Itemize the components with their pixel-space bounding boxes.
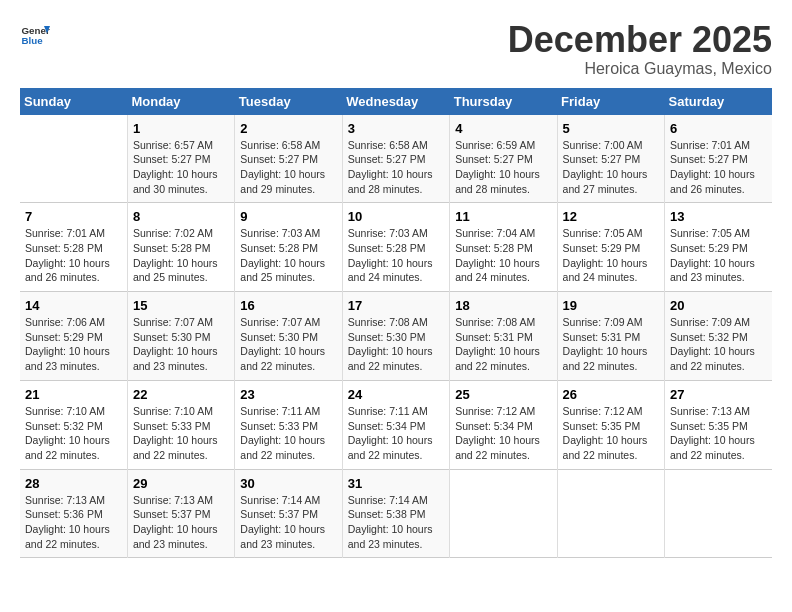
calendar-cell: 19Sunrise: 7:09 AM Sunset: 5:31 PM Dayli… (557, 292, 664, 381)
day-info: Sunrise: 7:08 AM Sunset: 5:31 PM Dayligh… (455, 315, 551, 374)
day-number: 1 (133, 121, 229, 136)
calendar-cell: 16Sunrise: 7:07 AM Sunset: 5:30 PM Dayli… (235, 292, 342, 381)
day-number: 3 (348, 121, 444, 136)
calendar-cell: 10Sunrise: 7:03 AM Sunset: 5:28 PM Dayli… (342, 203, 449, 292)
day-info: Sunrise: 7:12 AM Sunset: 5:34 PM Dayligh… (455, 404, 551, 463)
day-info: Sunrise: 7:11 AM Sunset: 5:33 PM Dayligh… (240, 404, 336, 463)
calendar-cell: 25Sunrise: 7:12 AM Sunset: 5:34 PM Dayli… (450, 380, 557, 469)
calendar-cell (557, 469, 664, 558)
day-number: 27 (670, 387, 767, 402)
calendar-cell: 22Sunrise: 7:10 AM Sunset: 5:33 PM Dayli… (127, 380, 234, 469)
day-info: Sunrise: 7:01 AM Sunset: 5:27 PM Dayligh… (670, 138, 767, 197)
calendar-week-1: 1Sunrise: 6:57 AM Sunset: 5:27 PM Daylig… (20, 115, 772, 203)
day-info: Sunrise: 7:03 AM Sunset: 5:28 PM Dayligh… (348, 226, 444, 285)
day-number: 21 (25, 387, 122, 402)
calendar-cell: 17Sunrise: 7:08 AM Sunset: 5:30 PM Dayli… (342, 292, 449, 381)
day-info: Sunrise: 6:57 AM Sunset: 5:27 PM Dayligh… (133, 138, 229, 197)
calendar-cell: 28Sunrise: 7:13 AM Sunset: 5:36 PM Dayli… (20, 469, 127, 558)
day-number: 22 (133, 387, 229, 402)
calendar-cell: 7Sunrise: 7:01 AM Sunset: 5:28 PM Daylig… (20, 203, 127, 292)
column-header-tuesday: Tuesday (235, 88, 342, 115)
calendar-cell: 20Sunrise: 7:09 AM Sunset: 5:32 PM Dayli… (665, 292, 772, 381)
day-info: Sunrise: 7:10 AM Sunset: 5:33 PM Dayligh… (133, 404, 229, 463)
day-info: Sunrise: 7:06 AM Sunset: 5:29 PM Dayligh… (25, 315, 122, 374)
calendar-cell: 15Sunrise: 7:07 AM Sunset: 5:30 PM Dayli… (127, 292, 234, 381)
day-number: 29 (133, 476, 229, 491)
calendar-cell: 29Sunrise: 7:13 AM Sunset: 5:37 PM Dayli… (127, 469, 234, 558)
day-number: 5 (563, 121, 659, 136)
day-number: 6 (670, 121, 767, 136)
day-number: 26 (563, 387, 659, 402)
day-number: 11 (455, 209, 551, 224)
day-number: 31 (348, 476, 444, 491)
calendar-week-4: 21Sunrise: 7:10 AM Sunset: 5:32 PM Dayli… (20, 380, 772, 469)
day-info: Sunrise: 7:09 AM Sunset: 5:31 PM Dayligh… (563, 315, 659, 374)
day-info: Sunrise: 6:59 AM Sunset: 5:27 PM Dayligh… (455, 138, 551, 197)
calendar-week-3: 14Sunrise: 7:06 AM Sunset: 5:29 PM Dayli… (20, 292, 772, 381)
calendar-cell: 18Sunrise: 7:08 AM Sunset: 5:31 PM Dayli… (450, 292, 557, 381)
calendar-cell: 14Sunrise: 7:06 AM Sunset: 5:29 PM Dayli… (20, 292, 127, 381)
calendar-cell: 21Sunrise: 7:10 AM Sunset: 5:32 PM Dayli… (20, 380, 127, 469)
day-info: Sunrise: 7:10 AM Sunset: 5:32 PM Dayligh… (25, 404, 122, 463)
day-number: 15 (133, 298, 229, 313)
day-info: Sunrise: 7:07 AM Sunset: 5:30 PM Dayligh… (240, 315, 336, 374)
calendar-cell: 11Sunrise: 7:04 AM Sunset: 5:28 PM Dayli… (450, 203, 557, 292)
calendar-cell (20, 115, 127, 203)
day-info: Sunrise: 7:05 AM Sunset: 5:29 PM Dayligh… (670, 226, 767, 285)
calendar-week-5: 28Sunrise: 7:13 AM Sunset: 5:36 PM Dayli… (20, 469, 772, 558)
day-number: 2 (240, 121, 336, 136)
calendar-cell: 5Sunrise: 7:00 AM Sunset: 5:27 PM Daylig… (557, 115, 664, 203)
calendar-cell: 2Sunrise: 6:58 AM Sunset: 5:27 PM Daylig… (235, 115, 342, 203)
column-header-sunday: Sunday (20, 88, 127, 115)
day-number: 18 (455, 298, 551, 313)
title-area: December 2025 Heroica Guaymas, Mexico (508, 20, 772, 78)
day-number: 19 (563, 298, 659, 313)
day-info: Sunrise: 7:12 AM Sunset: 5:35 PM Dayligh… (563, 404, 659, 463)
day-number: 20 (670, 298, 767, 313)
day-number: 23 (240, 387, 336, 402)
calendar-cell: 1Sunrise: 6:57 AM Sunset: 5:27 PM Daylig… (127, 115, 234, 203)
column-header-thursday: Thursday (450, 88, 557, 115)
day-info: Sunrise: 7:05 AM Sunset: 5:29 PM Dayligh… (563, 226, 659, 285)
calendar-cell: 13Sunrise: 7:05 AM Sunset: 5:29 PM Dayli… (665, 203, 772, 292)
day-info: Sunrise: 6:58 AM Sunset: 5:27 PM Dayligh… (348, 138, 444, 197)
day-info: Sunrise: 7:11 AM Sunset: 5:34 PM Dayligh… (348, 404, 444, 463)
svg-text:Blue: Blue (22, 35, 44, 46)
day-info: Sunrise: 7:04 AM Sunset: 5:28 PM Dayligh… (455, 226, 551, 285)
day-number: 28 (25, 476, 122, 491)
day-number: 10 (348, 209, 444, 224)
day-info: Sunrise: 7:01 AM Sunset: 5:28 PM Dayligh… (25, 226, 122, 285)
calendar-cell: 26Sunrise: 7:12 AM Sunset: 5:35 PM Dayli… (557, 380, 664, 469)
day-number: 7 (25, 209, 122, 224)
calendar-cell (450, 469, 557, 558)
column-header-saturday: Saturday (665, 88, 772, 115)
day-info: Sunrise: 7:13 AM Sunset: 5:35 PM Dayligh… (670, 404, 767, 463)
day-number: 24 (348, 387, 444, 402)
logo-icon: General Blue (20, 20, 50, 50)
day-info: Sunrise: 7:00 AM Sunset: 5:27 PM Dayligh… (563, 138, 659, 197)
calendar-cell: 24Sunrise: 7:11 AM Sunset: 5:34 PM Dayli… (342, 380, 449, 469)
day-info: Sunrise: 6:58 AM Sunset: 5:27 PM Dayligh… (240, 138, 336, 197)
calendar-table: SundayMondayTuesdayWednesdayThursdayFrid… (20, 88, 772, 559)
calendar-cell: 30Sunrise: 7:14 AM Sunset: 5:37 PM Dayli… (235, 469, 342, 558)
day-number: 25 (455, 387, 551, 402)
day-info: Sunrise: 7:14 AM Sunset: 5:38 PM Dayligh… (348, 493, 444, 552)
day-info: Sunrise: 7:09 AM Sunset: 5:32 PM Dayligh… (670, 315, 767, 374)
day-info: Sunrise: 7:08 AM Sunset: 5:30 PM Dayligh… (348, 315, 444, 374)
day-number: 14 (25, 298, 122, 313)
logo: General Blue (20, 20, 50, 50)
day-info: Sunrise: 7:02 AM Sunset: 5:28 PM Dayligh… (133, 226, 229, 285)
day-number: 4 (455, 121, 551, 136)
calendar-cell: 27Sunrise: 7:13 AM Sunset: 5:35 PM Dayli… (665, 380, 772, 469)
calendar-cell: 4Sunrise: 6:59 AM Sunset: 5:27 PM Daylig… (450, 115, 557, 203)
calendar-cell: 6Sunrise: 7:01 AM Sunset: 5:27 PM Daylig… (665, 115, 772, 203)
day-number: 30 (240, 476, 336, 491)
calendar-cell: 12Sunrise: 7:05 AM Sunset: 5:29 PM Dayli… (557, 203, 664, 292)
day-info: Sunrise: 7:03 AM Sunset: 5:28 PM Dayligh… (240, 226, 336, 285)
day-info: Sunrise: 7:07 AM Sunset: 5:30 PM Dayligh… (133, 315, 229, 374)
column-header-monday: Monday (127, 88, 234, 115)
calendar-cell: 23Sunrise: 7:11 AM Sunset: 5:33 PM Dayli… (235, 380, 342, 469)
day-number: 8 (133, 209, 229, 224)
day-number: 9 (240, 209, 336, 224)
calendar-week-2: 7Sunrise: 7:01 AM Sunset: 5:28 PM Daylig… (20, 203, 772, 292)
